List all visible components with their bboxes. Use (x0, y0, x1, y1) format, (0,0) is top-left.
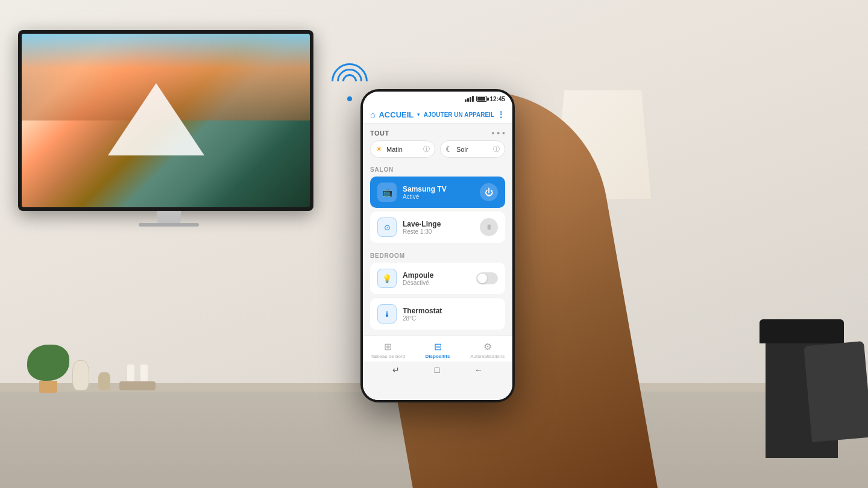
washer-device-status: Reste 1:30 (403, 228, 480, 235)
soir-label: Soir (456, 146, 468, 153)
add-device-label[interactable]: AJOUTER UN APPAREIL (424, 111, 494, 118)
ampoule-device-info: Ampoule Désactivé (403, 271, 476, 286)
battery-fill (477, 97, 485, 101)
ampoule-card[interactable]: 💡 Ampoule Désactivé (370, 263, 505, 294)
soir-info-icon[interactable]: ⓘ (493, 145, 500, 154)
signal-bar-1 (465, 99, 467, 102)
small-pot-decoration (98, 372, 110, 390)
wifi-dot (347, 96, 352, 101)
automatisations-label: Automatisations (470, 354, 505, 359)
tv-display (18, 30, 319, 227)
bulb-icon: 💡 (382, 274, 392, 283)
tv-power-button[interactable]: ⏻ (480, 183, 498, 201)
home-icon: ⌂ (370, 110, 375, 119)
phone-nav-bar: ↵ □ ← (363, 361, 512, 378)
salon-section: SALON 📺 Samsung TV Activé ⏻ (363, 163, 512, 249)
nav-tableau-de-bord[interactable]: ⊞ Tableau de bord (363, 341, 413, 359)
shelf-decorations (72, 360, 156, 390)
thermo-icon-wrap: 🌡 (377, 304, 397, 324)
tv-device-status: Activé (403, 193, 480, 200)
dispositifs-icon: ⊟ (434, 341, 442, 352)
dispositifs-label: Dispositifs (426, 354, 450, 359)
chair-2 (804, 341, 868, 442)
plant-decoration (24, 345, 72, 393)
thermostat-card[interactable]: 🌡 Thermostat 28°C (370, 298, 505, 330)
header-right: AJOUTER UN APPAREIL ⋮ (424, 110, 505, 119)
nav-automatisations[interactable]: ⚙ Automatisations (462, 341, 512, 359)
tableau-label: Tableau de bord (371, 354, 405, 359)
app-content: TOUT • • • ☀ Matin ⓘ ☾ Soir ⓘ (363, 124, 512, 400)
thermostat-device-info: Thermostat 28°C (403, 307, 498, 322)
washer-pause-button[interactable]: ⏸ (480, 218, 498, 236)
app-header: ⌂ ACCUEIL ▾ AJOUTER UN APPAREIL ⋮ (363, 106, 512, 124)
bulb-icon-wrap: 💡 (377, 269, 397, 288)
signal-bar-2 (467, 98, 469, 102)
tv-icon-wrap: 📺 (377, 183, 397, 202)
jug-decoration (72, 360, 89, 390)
tv-icon: 📺 (382, 187, 392, 197)
accueil-label[interactable]: ACCUEIL (379, 110, 414, 119)
ampoule-device-status: Désactivé (403, 280, 476, 286)
candle-2 (140, 364, 148, 381)
status-bar: 12:45 (363, 92, 512, 106)
washer-device-info: Lave-Linge Reste 1:30 (403, 220, 480, 235)
bottom-navigation: ⊞ Tableau de bord ⊟ Dispositifs ⚙ Automa… (363, 336, 512, 361)
signal-bar-4 (472, 96, 474, 102)
battery-icon (476, 96, 487, 102)
matin-info-icon[interactable]: ⓘ (423, 145, 430, 154)
ampoule-toggle[interactable] (476, 272, 498, 284)
smartphone: 12:45 ⌂ ACCUEIL ▾ AJOUTER UN APPAREIL ⋮ … (360, 89, 515, 402)
nav-dispositifs[interactable]: ⊟ Dispositifs (413, 341, 463, 359)
recent-button[interactable]: ← (474, 365, 483, 375)
washer-icon-wrap: ⊙ (377, 217, 397, 237)
salon-label: SALON (370, 166, 505, 173)
scene-soir-button[interactable]: ☾ Soir ⓘ (440, 140, 505, 158)
phone-screen: 12:45 ⌂ ACCUEIL ▾ AJOUTER UN APPAREIL ⋮ … (363, 92, 512, 400)
pause-icon: ⏸ (485, 223, 492, 231)
automatisations-icon: ⚙ (483, 341, 492, 352)
scene-matin-button[interactable]: ☀ Matin ⓘ (370, 140, 435, 158)
matin-label: Matin (386, 146, 403, 153)
signal-bar-3 (470, 97, 471, 102)
chairs-decoration (699, 307, 868, 488)
soir-icon: ☾ (445, 145, 453, 154)
menu-dots-icon[interactable]: ⋮ (497, 110, 505, 119)
tout-label: TOUT (370, 130, 389, 137)
toggle-knob (477, 274, 487, 283)
phone-frame: 12:45 ⌂ ACCUEIL ▾ AJOUTER UN APPAREIL ⋮ … (360, 89, 515, 402)
plant-pot (39, 381, 57, 393)
thermometer-icon: 🌡 (383, 310, 391, 319)
thermostat-device-name: Thermostat (403, 307, 498, 315)
tv-base (139, 223, 199, 227)
tv-power-icon: ⏻ (485, 187, 493, 197)
plant-leaves (27, 345, 69, 381)
candle-1 (127, 364, 134, 381)
washer-device-name: Lave-Linge (403, 220, 480, 228)
section-menu-dots[interactable]: • • • (492, 128, 505, 138)
tv-frame (18, 30, 313, 211)
candle-tray (119, 381, 156, 390)
scene-buttons-row: ☀ Matin ⓘ ☾ Soir ⓘ (363, 140, 512, 163)
chevron-down-icon[interactable]: ▾ (417, 111, 420, 117)
lave-linge-card[interactable]: ⊙ Lave-Linge Reste 1:30 ⏸ (370, 211, 505, 243)
home-button[interactable]: □ (435, 365, 439, 375)
back-button[interactable]: ↵ (392, 365, 400, 375)
status-time: 12:45 (489, 96, 505, 102)
tout-section-header: TOUT • • • (363, 124, 512, 140)
samsung-tv-card[interactable]: 📺 Samsung TV Activé ⏻ (370, 177, 505, 208)
tv-screen (22, 34, 310, 207)
thermostat-device-status: 28°C (403, 315, 498, 322)
matin-icon: ☀ (376, 145, 383, 154)
header-left: ⌂ ACCUEIL ▾ (370, 110, 420, 119)
washer-icon: ⊙ (384, 223, 391, 232)
tv-device-info: Samsung TV Activé (403, 185, 480, 200)
ampoule-device-name: Ampoule (403, 271, 476, 280)
tv-stand (157, 211, 181, 223)
signal-indicator (465, 96, 474, 102)
bedroom-section: BEDROOM 💡 Ampoule Désactivé (363, 249, 512, 336)
bedroom-label: BEDROOM (370, 252, 505, 259)
tv-device-name: Samsung TV (403, 185, 480, 193)
tableau-icon: ⊞ (384, 341, 392, 352)
